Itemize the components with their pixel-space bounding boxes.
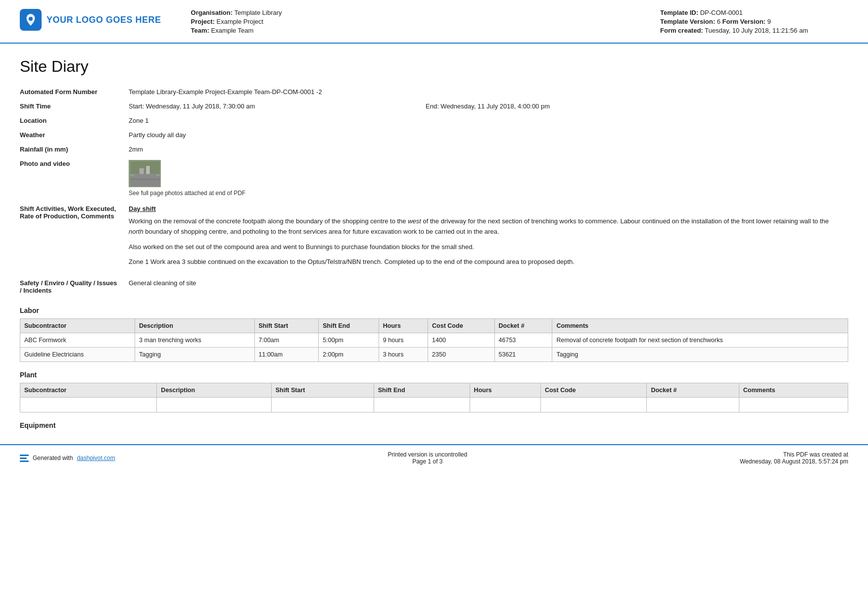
labor-cell-shift_end: 2:00pm	[319, 348, 379, 362]
paragraph3: Zone 1 Work area 3 subbie continued on t…	[129, 257, 844, 267]
shift-time-label: Shift Time	[20, 99, 129, 113]
plant-table: Subcontractor Description Shift Start Sh…	[20, 383, 848, 412]
table-row: ABC Formwork3 man trenching works7:00am5…	[20, 333, 848, 348]
labor-cell-cost_code: 2350	[428, 348, 494, 362]
labor-table: Subcontractor Description Shift Start Sh…	[20, 318, 848, 362]
generated-with-text: Generated with	[33, 455, 73, 461]
table-row: Guideline ElectriciansTagging11:00am2:00…	[20, 348, 848, 362]
photo-caption: See full page photos attached at end of …	[129, 190, 844, 197]
footer-created-label: This PDF was created at	[740, 451, 848, 458]
labor-cell-shift_start: 7:00am	[254, 333, 319, 348]
shift-time-row: Shift Time Start: Wednesday, 11 July 201…	[20, 99, 848, 113]
plant-cell-docket	[647, 398, 739, 412]
plant-cell-subcontractor	[20, 398, 157, 412]
plant-cell-shift_start	[271, 398, 374, 412]
plant-col-shift-end: Shift End	[374, 383, 470, 398]
footer-left: Generated with dashpivot.com	[20, 455, 115, 462]
header-right-info: Template ID: DP-COM-0001 Template Versio…	[660, 9, 848, 36]
header-center-info: Organisation: Template Library Project: …	[161, 9, 660, 36]
logo-area: YOUR LOGO GOES HERE	[20, 9, 161, 31]
location-label: Location	[20, 113, 129, 128]
team-row: Team: Example Team	[191, 27, 660, 34]
svg-rect-5	[146, 166, 149, 175]
plant-cell-cost_code	[540, 398, 646, 412]
plant-col-comments: Comments	[739, 383, 848, 398]
shift-start-value: Start: Wednesday, 11 July 2018, 7:30:00 …	[129, 99, 426, 113]
automated-form-value: Template Library-Example Project-Example…	[129, 85, 848, 99]
svg-rect-4	[139, 168, 144, 175]
labor-cell-docket: 53621	[494, 348, 552, 362]
labor-cell-shift_end: 5:00pm	[319, 333, 379, 348]
plant-section-heading: Plant	[20, 371, 848, 379]
plant-col-shift-start: Shift Start	[271, 383, 374, 398]
labor-cell-comments: Tagging	[552, 348, 848, 362]
rainfall-label: Rainfall (in mm)	[20, 142, 129, 156]
plant-col-subcontractor: Subcontractor	[20, 383, 157, 398]
shift-activities-label: Shift Activities, Work Executed, Rate of…	[20, 200, 129, 276]
labor-col-description: Description	[135, 319, 254, 333]
paragraph2: Also worked on the set out of the compou…	[129, 242, 844, 253]
rainfall-value: 2mm	[129, 142, 848, 156]
plant-header-row: Subcontractor Description Shift Start Sh…	[20, 383, 848, 398]
plant-cell-description	[157, 398, 271, 412]
footer-right: This PDF was created at Wednesday, 08 Au…	[740, 451, 848, 465]
plant-col-cost-code: Cost Code	[540, 383, 646, 398]
safety-row: Safety / Enviro / Quality / Issues / Inc…	[20, 276, 848, 298]
plant-col-hours: Hours	[470, 383, 540, 398]
labor-cell-shift_start: 11:00am	[254, 348, 319, 362]
labor-col-hours: Hours	[379, 319, 428, 333]
labor-cell-subcontractor: Guideline Electricians	[20, 348, 135, 362]
svg-rect-6	[130, 178, 159, 180]
main-content: Site Diary Automated Form Number Templat…	[0, 44, 868, 429]
labor-header-row: Subcontractor Description Shift Start Sh…	[20, 319, 848, 333]
template-version-row: Template Version: 6 Form Version: 9	[660, 18, 848, 25]
labor-col-shift-end: Shift End	[319, 319, 379, 333]
footer-page-number: Page 1 of 3	[387, 458, 467, 465]
svg-point-0	[29, 17, 33, 21]
weather-row: Weather Partly cloudy all day	[20, 128, 848, 142]
paragraph1: Working on the removal of the concrete f…	[129, 216, 844, 237]
equipment-section-heading: Equipment	[20, 421, 848, 429]
plant-cell-hours	[470, 398, 540, 412]
form-created-row: Form created: Tuesday, 10 July 2018, 11:…	[660, 27, 848, 34]
safety-value: General cleaning of site	[129, 276, 848, 298]
svg-marker-7	[130, 174, 159, 178]
labor-cell-comments: Removal of concrete footpath for next se…	[552, 333, 848, 348]
labor-cell-hours: 3 hours	[379, 348, 428, 362]
organisation-row: Organisation: Template Library	[191, 9, 660, 16]
shift-activities-row: Shift Activities, Work Executed, Rate of…	[20, 200, 848, 276]
table-row	[20, 398, 848, 412]
rainfall-row: Rainfall (in mm) 2mm	[20, 142, 848, 156]
footer-center: Printed version is uncontrolled Page 1 o…	[387, 451, 467, 465]
info-table: Automated Form Number Template Library-E…	[20, 85, 848, 298]
page-footer: Generated with dashpivot.com Printed ver…	[0, 444, 868, 471]
footer-created-date: Wednesday, 08 August 2018, 5:57:24 pm	[740, 458, 848, 465]
location-value: Zone 1	[129, 113, 848, 128]
labor-col-comments: Comments	[552, 319, 848, 333]
labor-cell-description: 3 man trenching works	[135, 333, 254, 348]
labor-col-subcontractor: Subcontractor	[20, 319, 135, 333]
logo-text: YOUR LOGO GOES HERE	[47, 15, 161, 25]
logo-icon	[20, 9, 42, 31]
labor-col-cost-code: Cost Code	[428, 319, 494, 333]
page-header: YOUR LOGO GOES HERE Organisation: Templa…	[0, 0, 868, 44]
project-row: Project: Example Project	[191, 18, 660, 25]
plant-col-docket: Docket #	[647, 383, 739, 398]
footer-uncontrolled: Printed version is uncontrolled	[387, 451, 467, 458]
labor-cell-cost_code: 1400	[428, 333, 494, 348]
labor-cell-subcontractor: ABC Formwork	[20, 333, 135, 348]
template-id-row: Template ID: DP-COM-0001	[660, 9, 848, 16]
dashpivot-link[interactable]: dashpivot.com	[77, 455, 115, 461]
dashpivot-icon	[20, 455, 29, 462]
labor-cell-hours: 9 hours	[379, 333, 428, 348]
labor-cell-docket: 46753	[494, 333, 552, 348]
plant-cell-shift_end	[374, 398, 470, 412]
labor-col-docket: Docket #	[494, 319, 552, 333]
location-row: Location Zone 1	[20, 113, 848, 128]
shift-activities-content: Day shift Working on the removal of the …	[129, 200, 848, 276]
day-shift-heading: Day shift	[129, 205, 844, 212]
photo-thumbnail	[129, 160, 161, 187]
page-title: Site Diary	[20, 57, 848, 76]
photo-area: See full page photos attached at end of …	[129, 156, 848, 200]
weather-value: Partly cloudy all day	[129, 128, 848, 142]
